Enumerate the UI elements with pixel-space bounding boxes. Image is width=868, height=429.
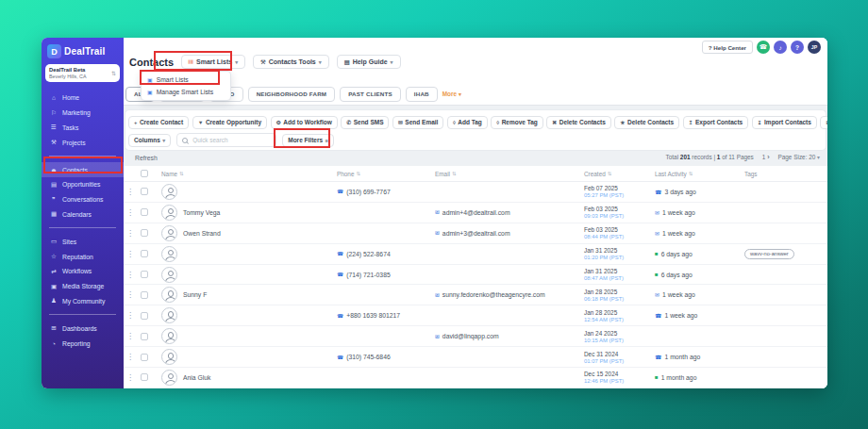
tabs-more-button[interactable]: More ▾ <box>442 91 461 97</box>
contact-name[interactable]: Ania Gluk <box>183 374 210 381</box>
created-date: Dec 15 2024 <box>584 371 655 377</box>
columns-label: Columns <box>134 137 160 143</box>
row-menu-icon[interactable]: ⋮ <box>124 229 137 238</box>
row-checkbox[interactable] <box>141 208 148 216</box>
row-checkbox[interactable] <box>141 291 148 299</box>
tab-neighborhood-farm[interactable]: NEIGHBORHOOD FARM <box>248 87 336 102</box>
table-row[interactable]: ⋮ Owen Strand ✉admin+3@dealtrail.com Feb… <box>124 223 827 244</box>
create-contact-button[interactable]: + Create Contact <box>128 116 189 129</box>
table-row[interactable]: ⋮ ☎(310) 745-6846 Dec 31 202401:07 PM (P… <box>124 347 827 368</box>
page-size-select[interactable]: Page Size: 20 ▾ <box>778 154 821 160</box>
send-email-button[interactable]: ✉ Send Email <box>392 116 443 129</box>
row-checkbox[interactable] <box>141 354 148 361</box>
send-sms-button[interactable]: ✆ Send SMS <box>341 116 389 129</box>
sort-icon[interactable]: ⇅ <box>608 171 611 176</box>
sidebar-item-marketing[interactable]: ⚐ Marketing <box>42 106 124 121</box>
col-last-activity[interactable]: Last Activity <box>655 171 687 177</box>
page-number[interactable]: 1 <box>762 154 766 160</box>
phone-call-icon[interactable]: ☎ <box>757 41 770 54</box>
columns-button[interactable]: Columns ▾ <box>128 134 171 147</box>
table-row[interactable]: ⋮ ✉david@linqapp.com Jan 24 202510:15 AM… <box>124 326 827 347</box>
merge-contacts-button[interactable]: ⊞ Merge up to 10 Contacts <box>820 116 827 129</box>
sidebar-item-conversations[interactable]: ❞ Conversations <box>42 192 124 207</box>
row-checkbox[interactable] <box>141 333 148 340</box>
help-center-button[interactable]: ? Help Center <box>702 41 753 54</box>
sort-icon[interactable]: ⇅ <box>689 171 693 176</box>
tab-ihab[interactable]: IHAB <box>406 87 438 102</box>
search-input[interactable] <box>192 137 268 143</box>
sidebar-item-calendars[interactable]: ▦ Calendars <box>42 207 124 223</box>
row-checkbox[interactable] <box>141 373 148 381</box>
account-selector-icon[interactable]: ⇅ <box>111 70 116 76</box>
create-opportunity-button[interactable]: ▼ Create Opportunity <box>192 116 267 129</box>
more-filters-button[interactable]: More Filters ≡ <box>282 134 334 147</box>
row-checkbox[interactable] <box>141 188 148 195</box>
remove-tag-button[interactable]: ◊ Remove Tag <box>491 116 543 129</box>
table-row[interactable]: ⋮ ☎+880 1639 801217 Jan 28 202512:54 AM … <box>124 305 827 326</box>
sidebar-item-contacts[interactable]: ☻ Contacts <box>42 162 124 177</box>
dropdown-item-smart-lists[interactable]: ▣ Smart Lists <box>142 74 230 86</box>
contact-name[interactable]: Sunny F <box>183 291 207 298</box>
row-checkbox[interactable] <box>141 229 148 237</box>
contact-name[interactable]: Tommy Vega <box>183 209 220 216</box>
help-guide-button[interactable]: ▤ Help Guide ▾ <box>337 55 401 69</box>
export-contacts-button[interactable]: ↥ Export Contacts <box>683 116 749 129</box>
tab-past-clients[interactable]: PAST CLIENTS <box>340 87 401 102</box>
activity-text: 1 week ago <box>662 230 695 237</box>
row-menu-icon[interactable]: ⋮ <box>124 353 137 361</box>
sidebar-item-home[interactable]: ⌂ Home <box>42 91 124 106</box>
row-checkbox[interactable] <box>141 312 148 320</box>
table-row[interactable]: ⋮ Sunny F ✉sunny.fedorenko@theagencyre.c… <box>124 285 827 305</box>
sort-icon[interactable]: ⇅ <box>179 171 183 176</box>
table-row[interactable]: ⋮ ☎(224) 522-8674 Jan 31 202501:20 PM (P… <box>124 244 827 265</box>
table-row[interactable]: ⋮ Ania Gluk Dec 15 202412:46 PM (PST) ■1… <box>124 368 827 388</box>
row-menu-icon[interactable]: ⋮ <box>124 271 137 279</box>
row-menu-icon[interactable]: ⋮ <box>124 332 137 340</box>
quick-search-box[interactable] <box>176 133 276 147</box>
sidebar-item-my-community[interactable]: ♟ My Community <box>42 294 124 309</box>
select-all-checkbox[interactable] <box>141 170 148 177</box>
smart-lists-button[interactable]: ☰ Smart Lists ▾ <box>181 55 245 69</box>
contacts-tools-button[interactable]: ⚒ Contacts Tools ▾ <box>253 55 329 69</box>
next-page-icon[interactable]: › <box>767 154 769 160</box>
sidebar-item-dashboards[interactable]: ⊞ Dashboards <box>42 321 124 336</box>
row-menu-icon[interactable]: ⋮ <box>124 373 137 382</box>
sidebar-item-tasks[interactable]: ☰ Tasks <box>42 121 124 136</box>
brand-name: DealTrail <box>64 46 106 57</box>
col-email[interactable]: Email <box>435 171 450 177</box>
import-contacts-button[interactable]: ↧ Import Contacts <box>752 116 817 129</box>
col-created[interactable]: Created <box>584 171 606 177</box>
row-checkbox[interactable] <box>141 271 148 278</box>
col-phone[interactable]: Phone <box>337 171 354 177</box>
add-to-workflow-button[interactable]: ⚙ Add to Workflow <box>271 116 338 129</box>
add-tag-button[interactable]: ◊ Add Tag <box>447 116 488 129</box>
sidebar-item-sites[interactable]: ▭ Sites <box>42 234 124 249</box>
row-menu-icon[interactable]: ⋮ <box>124 188 137 196</box>
delete-contacts-star-button[interactable]: ★ Delete Contacts <box>614 116 679 129</box>
sidebar-item-workflows[interactable]: ⇄ Workflows <box>42 264 124 279</box>
col-name[interactable]: Name <box>161 171 177 177</box>
row-menu-icon[interactable]: ⋮ <box>124 311 137 320</box>
refresh-link[interactable]: Refresh <box>135 155 158 161</box>
row-menu-icon[interactable]: ⋮ <box>124 208 137 217</box>
help-icon[interactable]: ? <box>791 41 804 54</box>
table-row[interactable]: ⋮ ☎(310) 699-7767 Feb 07 202505:27 PM (P… <box>124 182 827 203</box>
sidebar-item-reporting[interactable]: ◔ Reporting <box>42 336 124 351</box>
row-checkbox[interactable] <box>141 250 148 257</box>
row-menu-icon[interactable]: ⋮ <box>124 290 137 299</box>
sort-icon[interactable]: ⇅ <box>356 171 359 176</box>
dropdown-item-manage-smart-lists[interactable]: ▣ Manage Smart Lists <box>142 86 230 98</box>
sidebar-item-media-storage[interactable]: ▣ Media Storage <box>42 279 124 294</box>
account-switcher[interactable]: DealTrail Beta Beverly Hills, CA ⇅ <box>45 64 120 82</box>
delete-contacts-button[interactable]: ✖ Delete Contacts <box>546 116 610 129</box>
contact-name[interactable]: Owen Strand <box>183 230 221 237</box>
row-menu-icon[interactable]: ⋮ <box>124 250 137 258</box>
user-avatar[interactable]: JP <box>808 41 821 54</box>
notifications-bell-icon[interactable]: ♪ <box>774 41 787 54</box>
sidebar-item-opportunities[interactable]: ▤ Opportunities <box>42 177 124 192</box>
sidebar-item-projects[interactable]: ⚒ Projects <box>42 135 124 150</box>
table-row[interactable]: ⋮ ☎(714) 721-0385 Jan 31 202508:47 AM (P… <box>124 265 827 286</box>
sort-icon[interactable]: ⇅ <box>452 171 456 176</box>
table-row[interactable]: ⋮ Tommy Vega ✉admin+4@dealtrail.com Feb … <box>124 203 827 223</box>
sidebar-item-reputation[interactable]: ☆ Reputation <box>42 249 124 264</box>
